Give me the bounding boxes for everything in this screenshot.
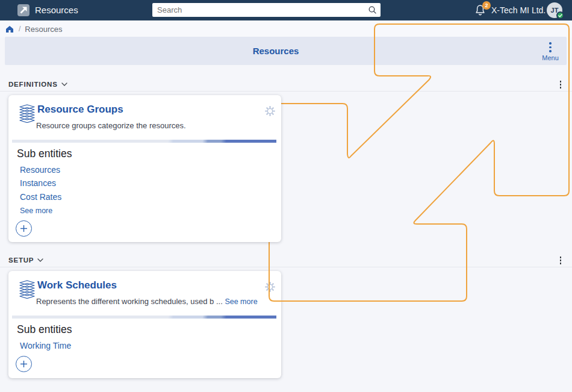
breadcrumb-current[interactable]: Resources: [25, 25, 62, 34]
menu-button[interactable]: Menu: [540, 41, 561, 63]
section-definitions-kebab-icon[interactable]: [557, 79, 565, 90]
home-icon[interactable]: [5, 25, 14, 33]
chevron-down-icon[interactable]: [61, 82, 67, 86]
menu-button-label: Menu: [542, 54, 559, 61]
gear-icon[interactable]: [265, 282, 275, 294]
page-header-band: Resources Menu: [5, 37, 567, 65]
add-sub-entity-button[interactable]: [16, 220, 32, 237]
user-avatar[interactable]: JT: [547, 2, 562, 18]
link-working-time[interactable]: Working Time: [20, 341, 71, 350]
section-setup: SETUP: [0, 254, 572, 267]
search-container: [152, 3, 381, 17]
card-title[interactable]: Resource Groups: [37, 104, 123, 116]
section-definitions-label[interactable]: DEFINITIONS: [8, 81, 58, 88]
plus-icon: [20, 225, 28, 232]
layers-icon: [18, 279, 36, 301]
sub-entities-heading: Sub entities: [17, 323, 72, 336]
add-sub-entity-button[interactable]: [16, 356, 32, 372]
app-title: Resources: [35, 5, 78, 15]
section-setup-kebab-icon[interactable]: [557, 255, 565, 266]
section-definitions: DEFINITIONS: [0, 78, 572, 92]
notification-count-badge: 2: [482, 1, 491, 10]
sub-entities-heading: Sub entities: [17, 148, 72, 160]
top-navbar: Resources 2 X-Tech MI Ltd. JT: [0, 0, 572, 20]
card-description: Represents the different working schedul…: [36, 297, 258, 306]
breadcrumb-separator: /: [19, 25, 20, 33]
status-check-icon: [556, 11, 564, 19]
card-description-text: Represents the different working schedul…: [36, 297, 223, 306]
organization-name[interactable]: X-Tech MI Ltd.: [491, 5, 546, 15]
app-logo-icon[interactable]: [17, 4, 30, 17]
chevron-down-icon[interactable]: [37, 258, 43, 262]
link-instances[interactable]: Instances: [20, 178, 56, 188]
search-input[interactable]: [152, 3, 381, 17]
card-resource-groups: Resource Groups Resource groups categori…: [8, 95, 281, 242]
kebab-menu-icon: [549, 41, 552, 54]
card-description: Resource groups categorize the resources…: [36, 121, 186, 130]
see-more-link[interactable]: See more: [20, 207, 52, 215]
link-cost-rates[interactable]: Cost Rates: [20, 192, 61, 202]
see-more-link[interactable]: See more: [225, 297, 257, 306]
card-gradient-bar: [12, 316, 276, 319]
card-gradient-bar: [12, 140, 276, 143]
layers-icon: [18, 104, 36, 125]
breadcrumb: / Resources: [0, 20, 572, 37]
gear-icon[interactable]: [265, 106, 275, 119]
card-title[interactable]: Work Schedules: [37, 279, 117, 291]
search-icon[interactable]: [368, 5, 377, 17]
plus-icon: [20, 360, 28, 368]
page-title: Resources: [5, 46, 547, 56]
section-setup-label[interactable]: SETUP: [8, 257, 34, 264]
notifications-button[interactable]: 2: [474, 4, 488, 18]
card-work-schedules: Work Schedules Represents the different …: [8, 271, 281, 378]
link-resources[interactable]: Resources: [20, 165, 60, 175]
